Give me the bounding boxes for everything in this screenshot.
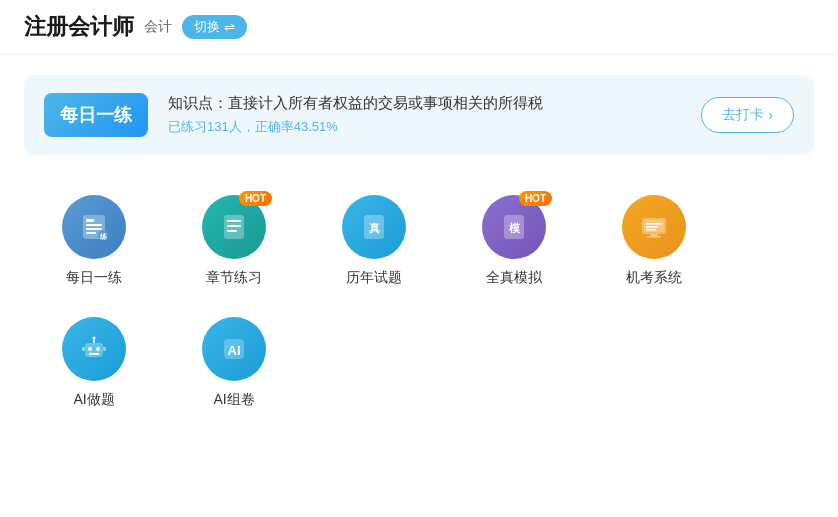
svg-text:练: 练 [99,233,108,240]
grid-item-exam[interactable]: 机考系统 [584,185,724,297]
knowledge-prefix: 知识点： [168,94,228,111]
ai-zu-label: AI组卷 [213,391,254,409]
svg-rect-25 [89,353,99,355]
page-title: 注册会计师 [24,12,134,42]
header-subtitle: 会计 [144,18,172,36]
switch-icon: ⇌ [224,20,235,35]
ai-do-label: AI做题 [73,391,114,409]
svg-point-23 [88,347,92,351]
banner-label: 每日一练 [44,93,148,137]
svg-rect-1 [86,219,94,222]
svg-rect-3 [86,228,102,230]
switch-label: 切换 [194,18,220,36]
svg-text:真: 真 [369,222,380,234]
grid-item-ai-do[interactable]: AI做题 [24,307,164,419]
switch-button[interactable]: 切换 ⇌ [182,15,247,39]
header: 注册会计师 会计 切换 ⇌ [0,0,838,55]
grid-item-simulation[interactable]: 模 HOT 全真模拟 [444,185,584,297]
banner-stats: 已练习131人，正确率43.51% [168,118,701,136]
svg-text:AI: AI [228,343,241,358]
chapter-icon: HOT [202,195,266,259]
simulation-icon: 模 HOT [482,195,546,259]
svg-rect-10 [227,230,237,232]
exam-icon-svg [637,210,671,244]
icon-grid: 练 每日一练 HOT 章节练习 真 [0,175,838,449]
svg-rect-21 [646,229,656,231]
svg-rect-4 [86,232,96,234]
svg-rect-29 [103,347,106,351]
exam-label: 机考系统 [626,269,682,287]
grid-item-chapter[interactable]: HOT 章节练习 [164,185,304,297]
exam-icon [622,195,686,259]
svg-rect-8 [227,220,241,222]
svg-rect-19 [646,223,662,225]
simulation-hot-badge: HOT [519,191,552,206]
svg-rect-20 [646,226,658,228]
chapter-label: 章节练习 [206,269,262,287]
checkin-label: 去打卡 [722,106,764,124]
daily-practice-banner: 每日一练 知识点：直接计入所有者权益的交易或事项相关的所得税 已练习131人，正… [24,75,814,155]
svg-rect-9 [227,225,241,227]
grid-row-2: AI做题 AI AI组卷 [24,307,814,419]
simulation-icon-svg: 模 [497,210,531,244]
banner-knowledge: 知识点：直接计入所有者权益的交易或事项相关的所得税 [168,94,701,113]
grid-item-history[interactable]: 真 历年试题 [304,185,444,297]
chapter-hot-badge: HOT [239,191,272,206]
simulation-label: 全真模拟 [486,269,542,287]
history-icon: 真 [342,195,406,259]
banner-content: 知识点：直接计入所有者权益的交易或事项相关的所得税 已练习131人，正确率43.… [168,94,701,136]
ai-zu-icon: AI [202,317,266,381]
knowledge-text: 直接计入所有者权益的交易或事项相关的所得税 [228,94,543,111]
svg-rect-18 [647,236,661,238]
daily-icon-svg: 练 [77,210,111,244]
daily-label: 每日一练 [66,269,122,287]
svg-rect-28 [82,347,85,351]
ai-do-icon-svg [77,332,111,366]
checkin-arrow: › [768,107,773,123]
svg-point-24 [96,347,100,351]
ai-zu-icon-svg: AI [217,332,251,366]
grid-item-daily[interactable]: 练 每日一练 [24,185,164,297]
svg-rect-17 [650,234,658,236]
history-label: 历年试题 [346,269,402,287]
svg-rect-2 [86,224,102,226]
checkin-button[interactable]: 去打卡 › [701,97,794,133]
svg-text:模: 模 [508,222,521,234]
history-icon-svg: 真 [357,210,391,244]
ai-do-icon [62,317,126,381]
svg-point-27 [93,337,96,340]
chapter-icon-svg [217,210,251,244]
daily-icon: 练 [62,195,126,259]
grid-item-ai-zu[interactable]: AI AI组卷 [164,307,304,419]
grid-row-1: 练 每日一练 HOT 章节练习 真 [24,185,814,297]
